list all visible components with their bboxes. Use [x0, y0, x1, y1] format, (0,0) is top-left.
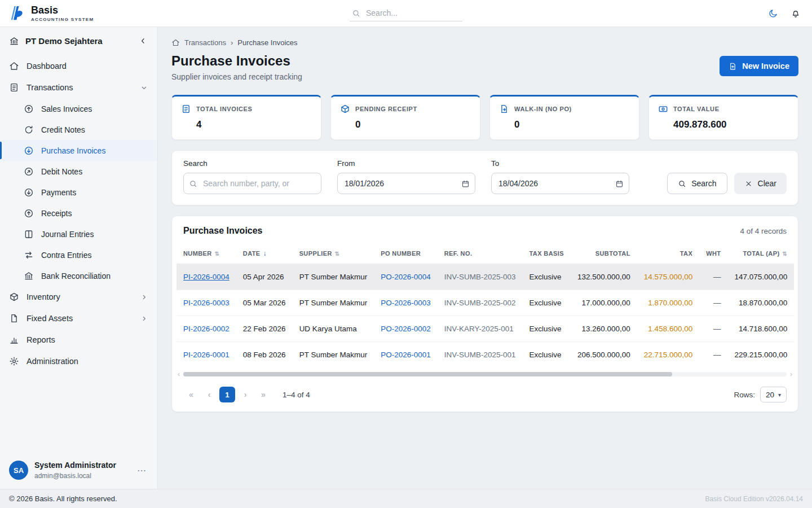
- invoice-number-link[interactable]: PI-2026-0003: [183, 299, 230, 307]
- sidebar-item-label: Administration: [27, 357, 78, 366]
- theme-toggle-button[interactable]: [766, 6, 780, 21]
- sidebar-item-label: Sales Invoices: [41, 104, 92, 113]
- breadcrumb-current: Purchase Invoices: [237, 38, 297, 47]
- company-name: PT Demo Sejahtera: [25, 36, 103, 46]
- edition-version: Basis Cloud Edition v2026.04.14: [705, 495, 803, 503]
- cell-number: PI-2026-0003: [176, 290, 236, 316]
- cell-tax-basis: Exclusive: [523, 264, 571, 290]
- stat-label: TOTAL INVOICES: [196, 106, 252, 112]
- brand[interactable]: Basis ACCOUNTING SYSTEM: [9, 5, 94, 22]
- column-header-supplier[interactable]: SUPPLIER⇅: [293, 243, 374, 264]
- sidebar-item-dashboard[interactable]: Dashboard: [0, 55, 157, 77]
- sidebar-nav: Dashboard Transactions Sales Invoices Cr…: [0, 53, 157, 453]
- stat-value: 4: [196, 119, 312, 130]
- home-icon: [171, 38, 180, 47]
- po-number-link[interactable]: PO-2026-0003: [381, 299, 431, 307]
- sort-icon: ⇅: [215, 251, 220, 257]
- cell-subtotal: 206.500.000,00: [571, 342, 637, 368]
- global-search-input[interactable]: [365, 8, 460, 18]
- sidebar-collapse-button[interactable]: [138, 36, 148, 46]
- sidebar-item-label: Payments: [41, 188, 76, 197]
- cell-number: PI-2026-0002: [176, 316, 236, 342]
- table-row[interactable]: PI-2026-000405 Apr 2026PT Sumber MakmurP…: [176, 264, 794, 290]
- company-selector[interactable]: PT Demo Sejahtera: [0, 27, 157, 53]
- scroll-right-icon[interactable]: ›: [790, 370, 792, 378]
- cell-ref-no: INV-SUMB-2025-003: [438, 264, 523, 290]
- filter-search-label: Search: [183, 159, 321, 168]
- sidebar-item-purchase-invoices[interactable]: Purchase Invoices: [0, 140, 157, 161]
- sidebar-item-credit-notes[interactable]: Credit Notes: [0, 119, 157, 140]
- sidebar-item-fixed-assets[interactable]: Fixed Assets: [0, 308, 157, 329]
- sidebar-item-debit-notes[interactable]: Debit Notes: [0, 161, 157, 182]
- cell-supplier: UD Karya Utama: [293, 316, 374, 342]
- sidebar-item-sales-invoices[interactable]: Sales Invoices: [0, 98, 157, 119]
- sidebar-item-reports[interactable]: Reports: [0, 329, 157, 351]
- cell-wht: —: [699, 264, 727, 290]
- sort-desc-icon: ↓: [263, 249, 267, 257]
- column-header-total-ap[interactable]: TOTAL (AP)⇅: [727, 243, 794, 264]
- sidebar-item-inventory[interactable]: Inventory: [0, 286, 157, 308]
- invoice-table-body: PI-2026-000405 Apr 2026PT Sumber MakmurP…: [176, 264, 794, 368]
- scroll-left-icon[interactable]: ‹: [178, 370, 180, 378]
- search-icon: [189, 179, 197, 188]
- app-root: Basis ACCOUNTING SYSTEM PT Demo Sejahter…: [0, 0, 812, 508]
- user-profile[interactable]: SA System Administrator admin@basis.loca…: [0, 453, 157, 489]
- page-1-button[interactable]: 1: [219, 387, 235, 402]
- clear-button[interactable]: Clear: [734, 173, 787, 194]
- table-row[interactable]: PI-2026-000305 Mar 2026PT Sumber MakmurP…: [176, 290, 794, 316]
- sidebar-item-label: Dashboard: [27, 62, 67, 71]
- column-header-tax-basis: TAX BASIS: [523, 243, 571, 264]
- sidebar-item-administration[interactable]: Administration: [0, 351, 157, 372]
- circle-arrow-up-right-icon: [24, 167, 34, 177]
- column-header-number[interactable]: NUMBER⇅: [176, 243, 236, 264]
- filter-search-input[interactable]: [183, 173, 321, 194]
- previous-page-button[interactable]: ‹: [201, 387, 217, 402]
- last-page-button[interactable]: »: [255, 387, 271, 402]
- cell-tax-basis: Exclusive: [523, 290, 571, 316]
- notifications-button[interactable]: [788, 6, 803, 21]
- next-page-button[interactable]: ›: [237, 387, 253, 402]
- stat-label: WALK-IN (NO PO): [514, 106, 572, 112]
- column-header-wht: WHT: [699, 243, 727, 264]
- invoice-number-link[interactable]: PI-2026-0001: [183, 351, 230, 359]
- sidebar-item-label: Inventory: [27, 292, 60, 301]
- new-invoice-button[interactable]: New Invoice: [720, 56, 798, 76]
- po-number-link[interactable]: PO-2026-0004: [381, 273, 431, 281]
- search-button[interactable]: Search: [667, 173, 727, 194]
- scrollbar-thumb[interactable]: [183, 372, 672, 376]
- breadcrumb-separator-icon: ›: [231, 38, 233, 47]
- date-to-input[interactable]: [491, 173, 629, 194]
- sidebar-item-label: Bank Reconciliation: [41, 271, 111, 281]
- calendar-icon[interactable]: [615, 179, 624, 188]
- table-row[interactable]: PI-2026-000222 Feb 2026UD Karya UtamaPO-…: [176, 316, 794, 342]
- sidebar-item-contra-entries[interactable]: Contra Entries: [0, 244, 157, 265]
- sidebar: PT Demo Sejahtera Dashboard Transactions: [0, 27, 158, 489]
- swap-icon: [24, 250, 34, 260]
- column-header-subtotal: SUBTOTAL: [571, 243, 637, 264]
- user-name: System Administrator: [34, 461, 116, 471]
- invoice-number-link[interactable]: PI-2026-0004: [183, 273, 230, 281]
- sidebar-item-receipts[interactable]: Receipts: [0, 203, 157, 224]
- walkin-doc-icon: [499, 104, 509, 114]
- invoice-number-link[interactable]: PI-2026-0002: [183, 325, 230, 333]
- cell-po-number: PO-2026-0003: [374, 290, 438, 316]
- po-number-link[interactable]: PO-2026-0001: [381, 351, 431, 359]
- sidebar-item-bank-reconciliation[interactable]: Bank Reconciliation: [0, 265, 157, 286]
- home-icon: [9, 61, 19, 71]
- date-from-input[interactable]: [337, 173, 475, 194]
- sidebar-item-transactions[interactable]: Transactions: [0, 77, 157, 98]
- column-header-date[interactable]: DATE↓: [236, 243, 293, 264]
- cell-subtotal: 132.500.000,00: [571, 264, 637, 290]
- cell-supplier: PT Sumber Makmur: [293, 342, 374, 368]
- calendar-icon[interactable]: [461, 179, 470, 188]
- po-number-link[interactable]: PO-2026-0002: [381, 325, 431, 333]
- sidebar-item-label: Credit Notes: [41, 125, 85, 134]
- sidebar-item-journal-entries[interactable]: Journal Entries: [0, 224, 157, 244]
- circle-arrow-down-icon: [24, 146, 34, 156]
- breadcrumb-root[interactable]: Transactions: [184, 38, 226, 47]
- sidebar-item-payments[interactable]: Payments: [0, 182, 157, 203]
- user-menu-button[interactable]: ⋯: [135, 464, 148, 477]
- first-page-button[interactable]: «: [183, 387, 199, 402]
- rows-per-page-select[interactable]: 20 ▾: [760, 387, 787, 402]
- table-row[interactable]: PI-2026-000108 Feb 2026PT Sumber MakmurP…: [176, 342, 794, 368]
